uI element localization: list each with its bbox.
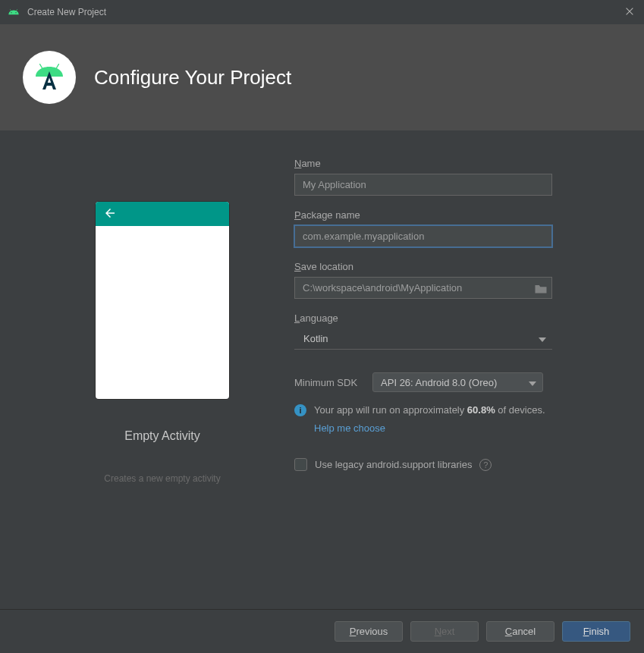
info-icon: i [294, 404, 306, 416]
browse-folder-icon[interactable] [534, 283, 548, 294]
cancel-button[interactable]: Cancel [486, 621, 554, 642]
template-name: Empty Activity [124, 429, 200, 443]
legacy-libraries-row: Use legacy android.support libraries ? [294, 458, 611, 471]
chevron-down-icon [539, 333, 546, 344]
previous-button[interactable]: Previous [335, 621, 403, 642]
studio-logo-icon [23, 51, 76, 104]
titlebar: Create New Project [0, 0, 644, 24]
chevron-down-icon [529, 377, 536, 388]
save-location-input[interactable] [294, 277, 552, 299]
minimum-sdk-select[interactable]: API 26: Android 8.0 (Oreo) [372, 372, 543, 392]
name-field: Name [294, 158, 611, 196]
package-field: Package name [294, 209, 611, 247]
minimum-sdk-label: Minimum SDK [294, 377, 357, 388]
window-title: Create New Project [27, 7, 624, 17]
name-label: Name [294, 158, 611, 169]
sdk-info-text: Your app will run on approximately 60.8%… [314, 403, 545, 435]
language-select[interactable]: Kotlin [294, 328, 552, 350]
phone-mockup [96, 202, 229, 399]
next-button: Next [410, 621, 479, 642]
finish-button[interactable]: Finish [562, 621, 630, 642]
help-me-choose-link[interactable]: Help me choose [314, 421, 385, 436]
package-input[interactable] [294, 225, 552, 247]
language-value: Kotlin [303, 333, 328, 344]
minimum-sdk-value: API 26: Android 8.0 (Oreo) [381, 377, 497, 388]
save-location-field: Save location [294, 261, 611, 299]
save-location-label: Save location [294, 261, 611, 272]
language-label: Language [294, 312, 611, 324]
close-icon[interactable] [624, 6, 636, 18]
help-icon[interactable]: ? [479, 459, 492, 471]
name-input[interactable] [294, 174, 552, 196]
template-description: Creates a new empty activity [104, 473, 220, 484]
mockup-appbar [96, 202, 229, 226]
page-title: Configure Your Project [94, 66, 291, 89]
android-logo-icon [8, 6, 20, 18]
back-arrow-icon [103, 206, 117, 222]
sdk-info-row: i Your app will run on approximately 60.… [294, 403, 611, 435]
template-preview: Empty Activity Creates a new empty activ… [33, 158, 291, 609]
legacy-libraries-label: Use legacy android.support libraries [315, 459, 472, 470]
header-banner: Configure Your Project [0, 24, 644, 130]
main-body: Empty Activity Creates a new empty activ… [0, 130, 644, 609]
footer: Previous Next Cancel Finish [0, 609, 644, 653]
package-label: Package name [294, 209, 611, 221]
form: Name Package name Save location Language… [291, 158, 611, 609]
language-field: Language Kotlin [294, 312, 611, 350]
legacy-libraries-checkbox[interactable] [294, 458, 307, 471]
minimum-sdk-row: Minimum SDK API 26: Android 8.0 (Oreo) [294, 372, 611, 392]
